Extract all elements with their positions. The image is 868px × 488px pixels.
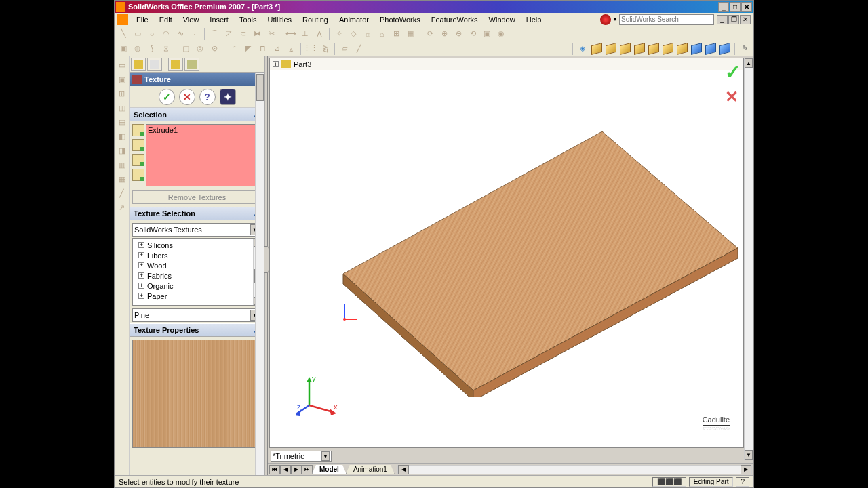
tab-model[interactable]: Model <box>312 465 347 474</box>
texture-name-combo[interactable]: Pine ▼ <box>132 308 262 322</box>
tool-icon[interactable]: ✧ <box>333 28 345 40</box>
expand-icon[interactable]: + <box>138 272 144 279</box>
menu-view[interactable]: View <box>178 14 205 25</box>
chamfer-icon[interactable]: ◤ <box>242 43 254 55</box>
view-cube-icon[interactable] <box>605 43 617 55</box>
tool-icon[interactable]: ◨ <box>116 144 128 157</box>
rib-icon[interactable]: ⊿ <box>271 43 283 55</box>
menu-edit[interactable]: Edit <box>154 14 178 25</box>
tool-icon[interactable]: ⌂ <box>376 28 388 40</box>
pm-ok-button[interactable]: ✓ <box>159 89 175 105</box>
scroll-up-icon[interactable]: ▲ <box>745 58 753 68</box>
filter-feature-icon[interactable] <box>132 139 144 151</box>
remove-textures-button[interactable]: Remove Textures <box>132 190 262 204</box>
section-texture-properties-header[interactable]: Texture Properties ︽ <box>130 323 264 337</box>
selection-item[interactable]: Extrude1 <box>148 126 178 134</box>
sketch-offset-icon[interactable]: ⊂ <box>237 28 249 40</box>
view-cube-icon[interactable] <box>676 43 688 55</box>
3d-viewport[interactable]: + Part3 ✓ ✕ <box>269 58 744 448</box>
draft-icon[interactable]: ⟁ <box>285 43 297 55</box>
tab-nav-last[interactable]: ⏭ <box>302 465 313 474</box>
maximize-button[interactable]: □ <box>730 2 741 12</box>
filter-body-icon[interactable] <box>132 154 144 166</box>
tool-icon[interactable]: ▤ <box>116 116 128 128</box>
loft-icon[interactable]: ⧖ <box>160 43 172 55</box>
scroll-down-icon[interactable]: ▼ <box>745 450 753 460</box>
expand-icon[interactable]: + <box>138 262 144 268</box>
expand-icon[interactable]: + <box>138 242 144 248</box>
pm-help-button[interactable]: ? <box>199 89 216 105</box>
filter-part-icon[interactable] <box>132 169 144 181</box>
tab-animation[interactable]: Animation1 <box>346 465 395 474</box>
menu-routing[interactable]: Routing <box>297 14 334 25</box>
viewport-scrollbar-h[interactable]: ◀ ▶ <box>397 465 752 474</box>
tool-icon[interactable]: ⊖ <box>452 28 465 40</box>
sketch-rectangle-icon[interactable]: ▭ <box>132 28 144 40</box>
tool-icon[interactable]: ⟲ <box>467 28 479 40</box>
breadcrumb-part[interactable]: Part3 <box>294 60 311 68</box>
scroll-thumb[interactable] <box>256 74 264 101</box>
dimension-icon[interactable]: ⟷ <box>285 28 297 40</box>
tool-icon[interactable]: ▦ <box>116 173 128 185</box>
viewport-ok-button[interactable]: ✓ <box>725 61 741 83</box>
tool-icon[interactable]: ▣ <box>116 73 128 85</box>
texture-source-combo[interactable]: SolidWorks Textures ▼ <box>132 223 262 237</box>
revolve-icon[interactable]: ◍ <box>132 43 144 55</box>
menu-insert[interactable]: Insert <box>204 14 234 25</box>
menu-photoworks[interactable]: PhotoWorks <box>374 14 426 25</box>
tool-icon[interactable]: ▦ <box>404 28 416 40</box>
shell-icon[interactable]: ⊓ <box>256 43 269 55</box>
viewport-cancel-button[interactable]: ✕ <box>725 87 741 106</box>
relation-icon[interactable]: ⊥ <box>299 28 311 40</box>
expand-icon[interactable]: + <box>138 283 144 289</box>
sketch-arc-icon[interactable]: ◠ <box>160 28 172 40</box>
pattern-icon[interactable]: ⋮⋮ <box>304 43 317 55</box>
tool-icon[interactable]: ☼ <box>361 28 374 40</box>
minimize-button[interactable]: _ <box>718 2 729 12</box>
pm-keep-visible-button[interactable]: ✦ <box>220 89 236 105</box>
view-orientation-combo[interactable]: *Trimetric ▼ <box>271 451 332 462</box>
menu-window[interactable]: Window <box>484 14 521 25</box>
selection-list[interactable]: Extrude1 <box>146 124 262 186</box>
select-icon[interactable]: ▭ <box>116 59 128 71</box>
tool-icon[interactable]: ◇ <box>347 28 359 40</box>
tab-nav-prev[interactable]: ◀ <box>280 465 291 474</box>
tab-dim-mgr[interactable] <box>184 58 199 71</box>
model-plank[interactable] <box>338 126 738 397</box>
expand-icon[interactable]: + <box>138 252 144 258</box>
mdi-restore-button[interactable]: ❐ <box>728 15 739 24</box>
section-texture-selection-header[interactable]: Texture Selection ︽ <box>130 207 264 220</box>
tool-icon[interactable]: ╱ <box>116 187 128 199</box>
sketch-mirror-icon[interactable]: ⧓ <box>251 28 263 40</box>
sketch-trim-icon[interactable]: ✂ <box>265 28 277 40</box>
sketch-fillet-icon[interactable]: ⌒ <box>208 28 220 40</box>
filter-face-icon[interactable] <box>132 124 144 136</box>
texture-tree[interactable]: +Silicons +Fibers +Wood +Fabrics +Organi… <box>132 238 262 306</box>
pm-cancel-button[interactable]: ✕ <box>179 89 195 105</box>
view-orientation-icon[interactable]: ◈ <box>576 43 589 55</box>
expand-icon[interactable]: + <box>138 293 144 299</box>
expand-icon[interactable]: + <box>273 61 279 67</box>
view-cube-icon[interactable] <box>633 43 646 55</box>
tool-icon[interactable]: ◫ <box>116 102 128 114</box>
tab-property-mgr[interactable] <box>147 58 162 71</box>
scroll-left-icon[interactable]: ◀ <box>398 465 409 474</box>
mdi-minimize-button[interactable]: _ <box>717 15 728 24</box>
search-input[interactable] <box>619 14 714 25</box>
view-shaded-icon[interactable] <box>705 43 717 55</box>
view-shaded-icon[interactable] <box>719 43 731 55</box>
tool-icon[interactable]: ▣ <box>481 28 493 40</box>
cut-extrude-icon[interactable]: ▢ <box>180 43 192 55</box>
scroll-right-icon[interactable]: ▶ <box>741 465 751 474</box>
sketch-point-icon[interactable]: · <box>189 28 201 40</box>
tool-icon[interactable]: ◧ <box>116 130 128 142</box>
ref-plane-icon[interactable]: ▱ <box>338 43 351 55</box>
status-unit-icon[interactable]: ? <box>736 477 749 487</box>
tab-config-mgr[interactable] <box>168 58 183 71</box>
text-icon[interactable]: A <box>313 28 326 40</box>
fillet-icon[interactable]: ◜ <box>228 43 240 55</box>
mirror-feature-icon[interactable]: ⧎ <box>319 43 331 55</box>
menu-featureworks[interactable]: FeatureWorks <box>426 14 484 25</box>
mdi-close-button[interactable]: ✕ <box>740 15 751 24</box>
tab-nav-first[interactable]: ⏮ <box>269 465 280 474</box>
